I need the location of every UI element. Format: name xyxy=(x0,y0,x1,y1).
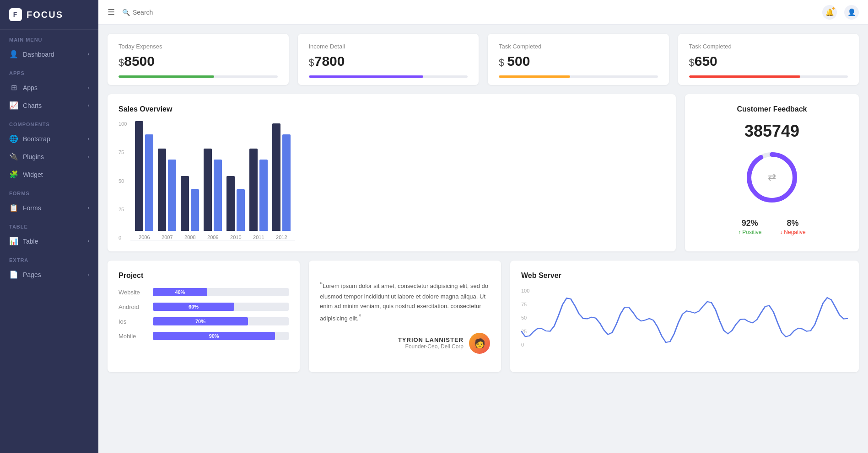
bar-year: 2009 xyxy=(207,234,218,240)
line-y-label: 75 xyxy=(521,302,529,307)
stat-card-label: Income Detail xyxy=(309,43,468,50)
progress-bar-wrap: 60% xyxy=(153,303,289,311)
sidebar-item-icon: 🌐 xyxy=(9,134,18,143)
sidebar-item-plugins[interactable]: 🔌 Plugins › xyxy=(0,148,98,165)
sidebar-item-forms[interactable]: 📋 Forms › xyxy=(0,199,98,217)
y-axis-label: 25 xyxy=(119,207,127,212)
progress-item: Android 60% xyxy=(119,303,289,311)
sidebar-item-apps[interactable]: ⊞ Apps › xyxy=(0,79,98,96)
line-y-label: 0 xyxy=(521,342,529,347)
sidebar-item-pages[interactable]: 📄 Pages › xyxy=(0,266,98,283)
sidebar-item-label: Widget xyxy=(23,171,89,178)
stat-card-value: $ 500 xyxy=(499,53,658,69)
bar-dark xyxy=(272,123,280,231)
testimonial-card: Lorem ipsum dolor sit amet, consectetur … xyxy=(309,261,501,372)
sidebar-item-charts[interactable]: 📈 Charts › xyxy=(0,96,98,114)
bar-blue xyxy=(237,189,245,231)
author-info: TYRION LANNISTER Founder-Ceo, Dell Corp xyxy=(398,336,464,350)
sidebar-logo: F FOCUS xyxy=(0,0,98,30)
bar-dark xyxy=(181,176,189,231)
search-bar: 🔍 xyxy=(122,9,224,16)
sidebar-section-label: EXTRA xyxy=(0,250,98,266)
sidebar-item-icon: 🔌 xyxy=(9,152,18,161)
currency-symbol: $ xyxy=(309,57,314,68)
bottom-row: Project Website 40% Android 60% Ios 70% … xyxy=(108,261,859,372)
bar-pair xyxy=(204,149,222,231)
bar-group: 2009 xyxy=(204,149,222,240)
sidebar-item-icon: 🧩 xyxy=(9,170,18,179)
bar-group: 2011 xyxy=(249,149,268,240)
stat-card-value: $8500 xyxy=(119,53,278,69)
chevron-right-icon: › xyxy=(88,205,89,210)
middle-row: Sales Overview 1007550250 2006 2007 2008 xyxy=(108,94,859,251)
project-title: Project xyxy=(119,272,289,280)
progress-bar-fill: 70% xyxy=(153,317,248,325)
chevron-right-icon: › xyxy=(88,272,89,277)
bar-group: 2012 xyxy=(272,123,291,240)
bar-pair xyxy=(158,149,176,231)
progress-bar-fill: 60% xyxy=(153,303,234,311)
bar-blue xyxy=(191,189,199,231)
chevron-right-icon: › xyxy=(88,85,89,90)
web-server-card: Web Server 1007550250 xyxy=(510,261,859,372)
header-right: 🔔 👤 xyxy=(822,5,859,20)
currency-symbol: $ xyxy=(119,57,124,68)
feedback-positive: 92% ↑ Positive xyxy=(738,219,761,235)
progress-item: Ios 70% xyxy=(119,317,289,325)
stat-card-0: Today Expenses $8500 xyxy=(108,34,289,85)
progress-name: Android xyxy=(119,304,148,310)
bar-pair xyxy=(249,149,268,231)
logo-icon: F xyxy=(9,8,22,21)
stat-card-progress xyxy=(119,75,278,78)
line-chart-svg xyxy=(521,288,848,352)
progress-bar-fill: 40% xyxy=(153,288,207,296)
sidebar-item-bootstrap[interactable]: 🌐 Bootstrap › xyxy=(0,130,98,148)
chevron-right-icon: › xyxy=(88,154,89,159)
sidebar-item-table[interactable]: 📊 Table › xyxy=(0,232,98,250)
sidebar-item-label: Dashboard xyxy=(23,51,88,58)
donut-chart: ⇄ xyxy=(744,150,799,205)
bar-year: 2010 xyxy=(230,234,241,240)
bar-blue xyxy=(259,160,268,231)
sidebar-item-label: Charts xyxy=(23,102,88,109)
progress-bar-wrap: 40% xyxy=(153,288,289,296)
y-axis-label: 100 xyxy=(119,122,127,127)
notification-button[interactable]: 🔔 xyxy=(822,5,837,20)
line-chart-polyline xyxy=(521,298,848,342)
testimonial-author: TYRION LANNISTER Founder-Ceo, Dell Corp … xyxy=(320,333,490,354)
testimonial-text: Lorem ipsum dolor sit amet, consectetur … xyxy=(320,279,490,324)
stat-card-progress-bar xyxy=(309,75,423,78)
menu-toggle-button[interactable]: ☰ xyxy=(108,7,115,17)
sidebar-item-label: Forms xyxy=(23,204,88,212)
line-y-labels: 1007550250 xyxy=(521,288,529,347)
stat-card-2: Task Completed $ 500 xyxy=(488,34,669,85)
bar-year: 2011 xyxy=(253,234,264,240)
sidebar-item-label: Apps xyxy=(23,84,88,91)
author-name: TYRION LANNISTER xyxy=(398,336,464,343)
bar-dark xyxy=(204,149,212,231)
user-profile-button[interactable]: 👤 xyxy=(844,5,859,20)
progress-name: Mobile xyxy=(119,333,148,340)
author-title: Founder-Ceo, Dell Corp xyxy=(398,343,464,350)
avatar: 🧑 xyxy=(469,333,490,354)
sidebar-item-widget[interactable]: 🧩 Widget xyxy=(0,165,98,183)
negative-pct: 8% xyxy=(780,219,805,228)
sidebar-item-label: Plugins xyxy=(23,153,88,160)
search-input[interactable] xyxy=(133,9,224,16)
progress-bar-fill: 90% xyxy=(153,332,275,340)
stat-card-progress-bar xyxy=(499,75,570,78)
bar-blue xyxy=(168,160,176,231)
bar-group: 2007 xyxy=(158,149,176,240)
stat-card-progress-bar xyxy=(119,75,214,78)
bar-year: 2008 xyxy=(184,234,195,240)
line-y-label: 50 xyxy=(521,315,529,320)
currency-symbol: $ xyxy=(499,57,507,68)
chevron-right-icon: › xyxy=(88,239,89,244)
sales-overview-card: Sales Overview 1007550250 2006 2007 2008 xyxy=(108,94,676,251)
stat-card-progress xyxy=(689,75,848,78)
stat-card-progress xyxy=(309,75,468,78)
sidebar-item-dashboard[interactable]: 👤 Dashboard › xyxy=(0,45,98,63)
logo-text: FOCUS xyxy=(27,10,63,20)
negative-arrow-icon: ↓ xyxy=(780,229,782,235)
sidebar-item-label: Table xyxy=(23,238,88,245)
